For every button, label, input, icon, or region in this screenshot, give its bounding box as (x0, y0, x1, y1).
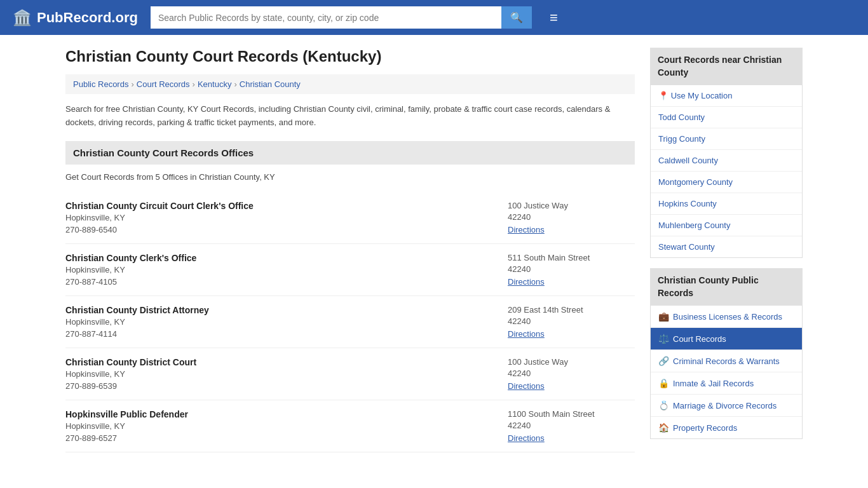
nearby-section-header: Court Records near Christian County (650, 48, 803, 85)
search-button[interactable]: 🔍 (501, 6, 532, 29)
office-phone: 270-889-6539 (65, 381, 495, 391)
public-records-item[interactable]: 🏠 Property Records (651, 417, 802, 438)
address-zip: 42240 (508, 421, 635, 430)
public-records-link[interactable]: 💍 Marriage & Divorce Records (651, 395, 802, 416)
public-records-link[interactable]: 🏠 Property Records (651, 417, 802, 438)
sidebar-record-icon: 🔒 (658, 378, 669, 388)
address-street: 511 South Main Street (508, 253, 635, 262)
use-my-location-link[interactable]: 📍 Use My Location (651, 85, 802, 106)
nearby-county-link[interactable]: Muhlenberg County (651, 215, 802, 236)
nearby-county-item[interactable]: Caldwell County (651, 150, 802, 172)
breadcrumb-sep-1: › (131, 79, 133, 89)
directions-link[interactable]: Directions (508, 433, 545, 443)
offices-section-header: Christian County Court Records Offices (65, 141, 635, 165)
nearby-county-item[interactable]: Hopkins County (651, 193, 802, 215)
public-records-item[interactable]: 🔗 Criminal Records & Warrants (651, 350, 802, 372)
sidebar-record-icon: 💼 (658, 311, 669, 322)
public-records-label: Property Records (673, 423, 737, 433)
breadcrumb-court-records[interactable]: Court Records (137, 79, 190, 89)
office-info: Christian County District Court Hopkinsv… (65, 357, 495, 391)
breadcrumb-sep-2: › (193, 79, 195, 89)
directions-link[interactable]: Directions (508, 277, 545, 287)
office-phone: 270-887-4105 (65, 277, 495, 287)
office-city: Hopkinsville, KY (65, 213, 495, 222)
address-street: 209 East 14th Street (508, 305, 635, 315)
search-input[interactable] (151, 6, 501, 29)
office-city: Hopkinsville, KY (65, 369, 495, 379)
nearby-county-item[interactable]: Muhlenberg County (651, 215, 802, 236)
office-entry: Christian County District Attorney Hopki… (65, 296, 635, 348)
use-my-location-item[interactable]: 📍 Use My Location (651, 85, 802, 107)
sidebar-record-icon: 🔗 (658, 356, 669, 366)
nearby-county-link[interactable]: Todd County (651, 107, 802, 128)
content-area: Christian County Court Records (Kentucky… (65, 48, 635, 452)
public-records-link[interactable]: ⚖️ Court Records (651, 328, 802, 349)
office-name: Hopkinsville Public Defender (65, 409, 495, 419)
nearby-county-link[interactable]: Montgomery County (651, 172, 802, 193)
office-address: 1100 South Main Street 42240 Directions (508, 409, 635, 443)
office-address: 209 East 14th Street 42240 Directions (508, 305, 635, 339)
address-street: 100 Justice Way (508, 357, 635, 367)
public-records-label: Marriage & Divorce Records (673, 401, 776, 410)
public-records-link[interactable]: 💼 Business Licenses & Records (651, 306, 802, 327)
directions-link[interactable]: Directions (508, 329, 545, 339)
public-records-item[interactable]: 💼 Business Licenses & Records (651, 306, 802, 328)
public-records-item[interactable]: 💍 Marriage & Divorce Records (651, 395, 802, 417)
office-name: Christian County Circuit Court Clerk's O… (65, 201, 495, 211)
nearby-county-item[interactable]: Todd County (651, 107, 802, 128)
public-records-item[interactable]: ⚖️ Court Records (651, 328, 802, 350)
menu-button[interactable]: ≡ (545, 7, 563, 29)
public-records-label: Inmate & Jail Records (673, 379, 754, 388)
address-zip: 42240 (508, 369, 635, 378)
search-area: 🔍 (151, 6, 532, 29)
office-info: Christian County Circuit Court Clerk's O… (65, 201, 495, 234)
office-phone: 270-889-6527 (65, 433, 495, 443)
sidebar: Court Records near Christian County 📍 Us… (650, 48, 803, 452)
office-info: Christian County Clerk's Office Hopkinsv… (65, 253, 495, 287)
address-street: 100 Justice Way (508, 201, 635, 210)
office-name: Christian County Clerk's Office (65, 253, 495, 263)
office-name: Christian County District Court (65, 357, 495, 367)
header: 🏛️ PubRecord.org 🔍 ≡ (0, 0, 868, 35)
logo[interactable]: 🏛️ PubRecord.org (13, 9, 138, 27)
breadcrumb-sep-3: › (234, 79, 236, 89)
address-street: 1100 South Main Street (508, 409, 635, 419)
office-phone: 270-889-6540 (65, 225, 495, 234)
offices-count: Get Court Records from 5 Offices in Chri… (65, 172, 635, 182)
public-records-link[interactable]: 🔗 Criminal Records & Warrants (651, 350, 802, 372)
public-records-label: Court Records (673, 334, 726, 344)
office-phone: 270-887-4114 (65, 329, 495, 339)
nearby-county-link[interactable]: Trigg County (651, 128, 802, 149)
office-city: Hopkinsville, KY (65, 421, 495, 431)
breadcrumb: Public Records › Court Records › Kentuck… (65, 74, 635, 94)
office-entry: Christian County Circuit Court Clerk's O… (65, 192, 635, 244)
nearby-county-link[interactable]: Stewart County (651, 236, 802, 257)
directions-link[interactable]: Directions (508, 225, 545, 234)
address-zip: 42240 (508, 316, 635, 326)
sidebar-record-icon: 🏠 (658, 423, 669, 433)
nearby-county-item[interactable]: Trigg County (651, 128, 802, 150)
logo-icon: 🏛️ (13, 9, 32, 27)
directions-link[interactable]: Directions (508, 381, 545, 391)
location-icon: 📍 (658, 91, 668, 100)
hamburger-icon: ≡ (550, 10, 558, 25)
office-address: 100 Justice Way 42240 Directions (508, 357, 635, 391)
page-description: Search for free Christian County, KY Cou… (65, 103, 635, 130)
office-city: Hopkinsville, KY (65, 265, 495, 274)
public-records-link[interactable]: 🔒 Inmate & Jail Records (651, 372, 802, 394)
nearby-county-item[interactable]: Montgomery County (651, 172, 802, 193)
address-zip: 42240 (508, 264, 635, 274)
nearby-county-item[interactable]: Stewart County (651, 236, 802, 257)
breadcrumb-christian-county[interactable]: Christian County (240, 79, 301, 89)
breadcrumb-kentucky[interactable]: Kentucky (198, 79, 231, 89)
breadcrumb-public-records[interactable]: Public Records (73, 79, 128, 89)
public-records-item[interactable]: 🔒 Inmate & Jail Records (651, 372, 802, 395)
nearby-county-link[interactable]: Caldwell County (651, 150, 802, 171)
office-address: 511 South Main Street 42240 Directions (508, 253, 635, 287)
public-records-label: Criminal Records & Warrants (673, 356, 780, 366)
nearby-county-link[interactable]: Hopkins County (651, 193, 802, 214)
office-name: Christian County District Attorney (65, 305, 495, 315)
office-entry: Christian County District Court Hopkinsv… (65, 348, 635, 400)
sidebar-record-icon: 💍 (658, 400, 669, 410)
office-info: Christian County District Attorney Hopki… (65, 305, 495, 339)
